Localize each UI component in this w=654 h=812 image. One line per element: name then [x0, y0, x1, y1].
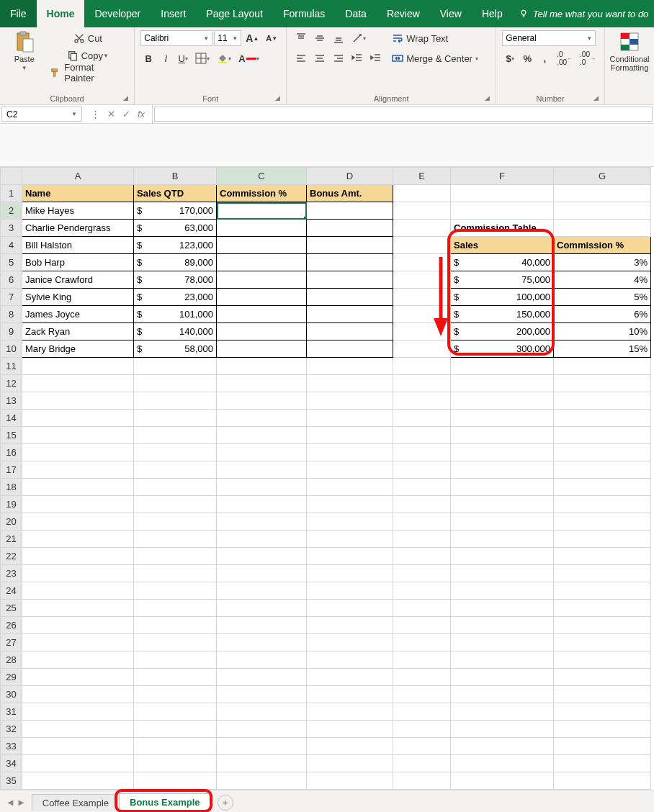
cell[interactable]: [22, 496, 134, 513]
cell[interactable]: [393, 271, 451, 289]
row-header[interactable]: 16: [1, 444, 22, 461]
cell[interactable]: [451, 548, 554, 565]
cell[interactable]: [554, 496, 651, 513]
cell[interactable]: James Joyce: [22, 306, 134, 323]
cell[interactable]: [307, 772, 393, 790]
cell[interactable]: [22, 703, 134, 721]
cell[interactable]: 15%: [554, 340, 651, 358]
cell[interactable]: [22, 461, 134, 479]
cell[interactable]: [554, 202, 651, 220]
cell[interactable]: [451, 634, 554, 651]
cell[interactable]: $200,000: [451, 323, 554, 340]
cell[interactable]: [134, 617, 217, 634]
underline-button[interactable]: U ▾: [175, 50, 191, 66]
decrease-font-button[interactable]: A▼: [263, 30, 280, 46]
cell[interactable]: [393, 340, 451, 358]
row-header[interactable]: 7: [1, 289, 22, 306]
cell[interactable]: [393, 237, 451, 254]
cell[interactable]: [554, 755, 651, 772]
cell[interactable]: [134, 669, 217, 686]
row-header[interactable]: 5: [1, 254, 22, 271]
cell[interactable]: [307, 565, 393, 582]
percent-format-button[interactable]: %: [519, 50, 535, 66]
cell[interactable]: [393, 392, 451, 410]
cell[interactable]: [217, 686, 307, 703]
cell[interactable]: 4%: [554, 271, 651, 289]
row-header[interactable]: 2: [1, 202, 22, 220]
cell[interactable]: [217, 600, 307, 617]
cell[interactable]: [134, 582, 217, 600]
cell[interactable]: [134, 410, 217, 427]
cell[interactable]: [554, 220, 651, 237]
cell[interactable]: Commission %: [554, 237, 651, 254]
cell[interactable]: [307, 461, 393, 479]
cell[interactable]: [554, 651, 651, 669]
sheet-nav-prev[interactable]: ◄: [6, 797, 15, 808]
cell[interactable]: [22, 686, 134, 703]
cell[interactable]: [22, 565, 134, 582]
cell[interactable]: [554, 461, 651, 479]
cell[interactable]: Charlie Pendergrass: [22, 220, 134, 237]
cell[interactable]: Janice Crawford: [22, 271, 134, 289]
row-header[interactable]: 23: [1, 565, 22, 582]
tab-review[interactable]: Review: [377, 0, 430, 27]
add-sheet-button[interactable]: ＋: [218, 795, 233, 811]
cell[interactable]: $40,000: [451, 254, 554, 271]
tab-home[interactable]: Home: [37, 0, 85, 27]
cell[interactable]: [393, 651, 451, 669]
paste-button[interactable]: Paste▼: [6, 30, 42, 71]
cell[interactable]: [307, 220, 393, 237]
cell[interactable]: [554, 513, 651, 531]
row-header[interactable]: 15: [1, 427, 22, 444]
cell[interactable]: [451, 202, 554, 220]
col-header-B[interactable]: B: [134, 168, 217, 185]
spreadsheet-grid[interactable]: ABCDEFG 1NameSales QTDCommission %Bonus …: [0, 167, 651, 790]
cell[interactable]: [554, 410, 651, 427]
cell[interactable]: [217, 582, 307, 600]
tab-help[interactable]: Help: [472, 0, 513, 27]
align-center-button[interactable]: [311, 50, 328, 66]
row-header[interactable]: 33: [1, 738, 22, 755]
cell[interactable]: $150,000: [451, 306, 554, 323]
cell[interactable]: 6%: [554, 306, 651, 323]
align-middle-button[interactable]: [311, 30, 328, 46]
cell[interactable]: [134, 392, 217, 410]
cell[interactable]: [307, 634, 393, 651]
cell[interactable]: [451, 651, 554, 669]
cell[interactable]: [22, 479, 134, 496]
cell[interactable]: [217, 306, 307, 323]
cell[interactable]: [217, 565, 307, 582]
cell[interactable]: [393, 582, 451, 600]
cell[interactable]: [451, 185, 554, 202]
cell[interactable]: [134, 375, 217, 392]
cell[interactable]: Sylvie King: [22, 289, 134, 306]
formula-input[interactable]: [154, 107, 653, 122]
dialog-launcher-icon[interactable]: ◢: [485, 94, 490, 102]
cell[interactable]: [393, 254, 451, 271]
cell[interactable]: [217, 721, 307, 738]
cell[interactable]: $89,000: [134, 254, 217, 271]
cell[interactable]: $100,000: [451, 289, 554, 306]
cell[interactable]: [393, 306, 451, 323]
cell[interactable]: [393, 323, 451, 340]
row-header[interactable]: 22: [1, 548, 22, 565]
cell[interactable]: [307, 289, 393, 306]
cell[interactable]: [134, 738, 217, 755]
font-name-select[interactable]: Calibri▼: [140, 30, 212, 46]
cell[interactable]: [217, 271, 307, 289]
tab-insert[interactable]: Insert: [151, 0, 196, 27]
row-header[interactable]: 27: [1, 634, 22, 651]
cell[interactable]: [22, 358, 134, 375]
cell[interactable]: [393, 513, 451, 531]
row-header[interactable]: 4: [1, 237, 22, 254]
cell[interactable]: [22, 427, 134, 444]
cell[interactable]: $101,000: [134, 306, 217, 323]
cell[interactable]: [451, 669, 554, 686]
tab-formulas[interactable]: Formulas: [273, 0, 335, 27]
row-header[interactable]: 35: [1, 772, 22, 790]
cell[interactable]: [307, 548, 393, 565]
bold-button[interactable]: B: [140, 50, 156, 66]
cell[interactable]: $78,000: [134, 271, 217, 289]
cell[interactable]: [134, 513, 217, 531]
cell[interactable]: [554, 444, 651, 461]
